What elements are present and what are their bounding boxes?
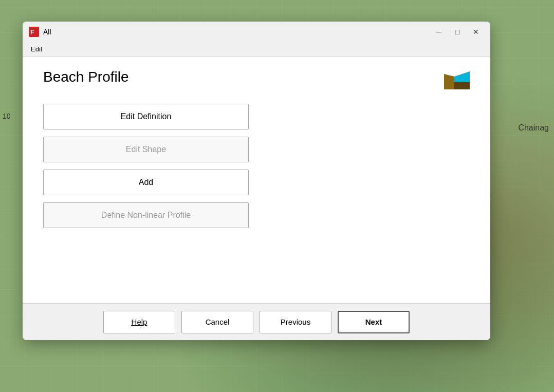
window-title: All	[43, 28, 51, 36]
maximize-button[interactable]: □	[449, 25, 466, 39]
help-label: Help	[132, 318, 147, 326]
dialog-header: Beach Profile	[43, 69, 470, 89]
app-icon: F	[29, 27, 39, 37]
define-nonlinear-button[interactable]: Define Non-linear Profile	[43, 202, 249, 228]
add-button[interactable]: Add	[43, 170, 249, 195]
menu-edit[interactable]: Edit	[27, 43, 46, 55]
help-button[interactable]: Help	[103, 311, 175, 333]
beach-profile-icon	[444, 69, 470, 89]
title-bar-left: F All	[29, 27, 51, 37]
minimize-button[interactable]: ─	[431, 25, 447, 39]
svg-marker-3	[454, 71, 470, 82]
cancel-button[interactable]: Cancel	[181, 311, 253, 333]
chainag-label: Chainag	[518, 123, 549, 133]
edit-definition-button[interactable]: Edit Definition	[43, 104, 249, 129]
dialog-title: Beach Profile	[43, 69, 129, 85]
coord-label: 10	[3, 112, 11, 120]
close-button[interactable]: ✕	[468, 25, 484, 39]
menu-bar: Edit	[23, 42, 490, 57]
dialog-buttons: Edit Definition Edit Shape Add Define No…	[43, 104, 249, 228]
edit-shape-button[interactable]: Edit Shape	[43, 137, 249, 162]
svg-marker-4	[444, 74, 454, 89]
title-bar-controls: ─ □ ✕	[431, 25, 484, 39]
previous-button[interactable]: Previous	[260, 311, 331, 333]
next-button[interactable]: Next	[338, 311, 410, 333]
dialog-window: F All ─ □ ✕ Edit Beach Profile	[23, 22, 490, 340]
title-bar: F All ─ □ ✕	[23, 22, 490, 42]
svg-rect-5	[454, 82, 470, 89]
dialog-footer: Help Cancel Previous Next	[23, 303, 490, 340]
dialog-content: Beach Profile Edit Definition Edit Shape	[23, 57, 490, 303]
svg-text:F: F	[30, 29, 34, 36]
